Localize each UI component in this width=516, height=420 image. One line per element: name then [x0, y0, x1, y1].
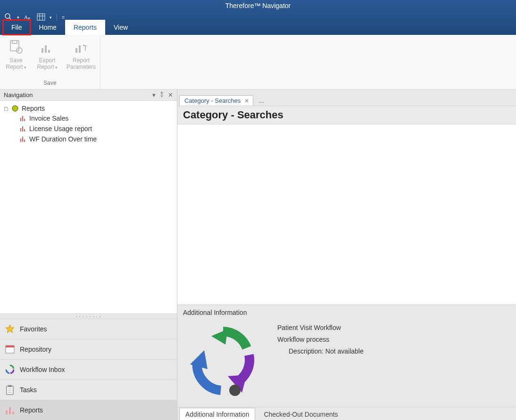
- tree-root-label: Reports: [22, 105, 45, 112]
- tab-reports[interactable]: Reports: [65, 20, 105, 35]
- ribbon-group-label: Save: [43, 79, 56, 88]
- svg-rect-29: [8, 385, 12, 387]
- window-icon: [5, 344, 15, 354]
- tree-item-label: License Usage report: [29, 125, 92, 132]
- svg-rect-19: [20, 128, 21, 132]
- ribbon-tabs: File Home Reports View: [0, 19, 136, 35]
- info-line-2: Workflow process: [277, 334, 364, 346]
- tree-item-label: WF Duration Over time: [29, 135, 97, 143]
- section-label: Favorites: [20, 325, 47, 333]
- pin-icon[interactable]: [159, 91, 164, 99]
- section-label: Reports: [20, 406, 43, 414]
- svg-rect-22: [20, 139, 21, 142]
- save-report-button[interactable]: Save Report: [2, 37, 30, 79]
- info-tab-additional[interactable]: Additional Information: [179, 408, 255, 420]
- dropdown-icon[interactable]: ▾: [152, 91, 156, 99]
- document-tab-searches[interactable]: Category - Searches ✕: [179, 95, 253, 106]
- save-report-label: Save Report: [2, 58, 30, 71]
- section-tasks[interactable]: Tasks: [0, 380, 177, 400]
- svg-rect-8: [10, 41, 19, 51]
- svg-rect-20: [22, 126, 23, 132]
- svg-rect-28: [7, 386, 13, 395]
- panel-gripper[interactable]: • • • • • • • •: [0, 313, 177, 319]
- tree-item-invoice-sales[interactable]: Invoice Sales: [20, 113, 175, 124]
- report-icon: [20, 125, 26, 132]
- svg-marker-25: [6, 325, 14, 333]
- navigation-panel: Navigation ▾ ✕ ▢ Reports: [0, 90, 177, 420]
- tree-item-license-usage[interactable]: License Usage report: [20, 124, 175, 134]
- title-bar: ▾ AB ▾ = Therefore™ Navigator File Home …: [0, 0, 516, 35]
- svg-rect-16: [20, 118, 21, 121]
- section-reports[interactable]: Reports: [0, 400, 177, 420]
- info-tabs: Additional Information Checked-Out Docum…: [177, 407, 516, 420]
- document-tab-overflow[interactable]: …: [255, 96, 267, 106]
- svg-marker-36: [211, 329, 228, 345]
- svg-rect-27: [6, 346, 14, 347]
- info-tab-checked-out[interactable]: Checked-Out Documents: [258, 408, 343, 420]
- svg-point-39: [229, 385, 241, 396]
- workflow-icon: [5, 364, 15, 375]
- svg-rect-10: [42, 48, 43, 53]
- tab-view[interactable]: View: [105, 20, 136, 35]
- content-area: Category - Searches ✕ … Category - Searc…: [177, 90, 516, 420]
- svg-rect-12: [48, 50, 50, 53]
- navigation-header: Navigation ▾ ✕: [0, 90, 177, 101]
- tree-item-wf-duration[interactable]: WF Duration Over time: [20, 134, 175, 144]
- section-label: Tasks: [20, 386, 37, 394]
- app-title: Therefore™ Navigator: [0, 2, 516, 9]
- close-icon[interactable]: ✕: [168, 91, 173, 99]
- svg-rect-34: [9, 407, 11, 414]
- ribbon: Save Report Export Report Report Paramet…: [0, 35, 516, 90]
- info-line-3: Description: Not available: [277, 346, 364, 357]
- report-parameters-label: Report Parameters: [64, 58, 98, 71]
- report-parameters-button[interactable]: Report Parameters: [64, 37, 98, 79]
- tree-item-label: Invoice Sales: [29, 115, 68, 122]
- svg-rect-11: [45, 45, 47, 53]
- page-heading: Category - Searches: [177, 106, 516, 124]
- reports-node-icon: [11, 105, 19, 112]
- tree-root-reports[interactable]: ▢ Reports: [2, 104, 175, 113]
- clipboard-icon: [5, 385, 15, 395]
- close-icon[interactable]: ✕: [244, 98, 249, 104]
- navigation-title: Navigation: [4, 91, 33, 99]
- svg-point-0: [5, 14, 10, 18]
- navigation-sections: Favorites Repository Workflow Inbox Task…: [0, 319, 177, 420]
- tree-children: Invoice Sales License Usage report WF Du…: [2, 113, 175, 144]
- svg-rect-23: [22, 137, 23, 142]
- svg-rect-35: [12, 412, 14, 414]
- navigation-tree: ▢ Reports Invoice Sales License: [0, 101, 177, 313]
- info-line-1: Patient Visit Workflow: [277, 322, 364, 334]
- save-icon: [8, 39, 25, 56]
- svg-rect-21: [24, 129, 25, 132]
- report-icon: [20, 115, 26, 122]
- info-text: Patient Visit Workflow Workflow process …: [277, 322, 364, 402]
- report-icon: [20, 136, 26, 142]
- page-body: [177, 124, 516, 305]
- info-panel-body: Patient Visit Workflow Workflow process …: [177, 322, 516, 407]
- export-report-label: Export Report: [33, 58, 61, 71]
- section-favorites[interactable]: Favorites: [0, 319, 177, 339]
- star-icon: [5, 324, 15, 334]
- parameters-icon: [73, 39, 90, 56]
- svg-point-15: [12, 106, 18, 111]
- svg-rect-13: [75, 48, 77, 53]
- section-label: Repository: [20, 346, 51, 353]
- export-icon: [39, 39, 56, 56]
- svg-rect-24: [24, 140, 25, 142]
- svg-rect-14: [79, 45, 81, 53]
- svg-rect-33: [6, 410, 8, 414]
- collapse-icon[interactable]: ▢: [3, 106, 8, 111]
- export-report-button[interactable]: Export Report: [33, 37, 61, 79]
- ribbon-group-save: Save Report Export Report Report Paramet…: [0, 35, 100, 89]
- tab-file[interactable]: File: [3, 20, 31, 35]
- section-repository[interactable]: Repository: [0, 339, 177, 360]
- info-panel-title: Additional Information: [177, 305, 516, 322]
- workspace: Navigation ▾ ✕ ▢ Reports: [0, 90, 516, 420]
- section-label: Workflow Inbox: [20, 366, 65, 373]
- svg-rect-17: [22, 116, 23, 121]
- document-tabs: Category - Searches ✕ …: [177, 90, 516, 106]
- section-workflow-inbox[interactable]: Workflow Inbox: [0, 360, 177, 380]
- tab-home[interactable]: Home: [31, 20, 65, 35]
- document-tab-label: Category - Searches: [184, 97, 241, 104]
- workflow-large-icon: [183, 322, 263, 402]
